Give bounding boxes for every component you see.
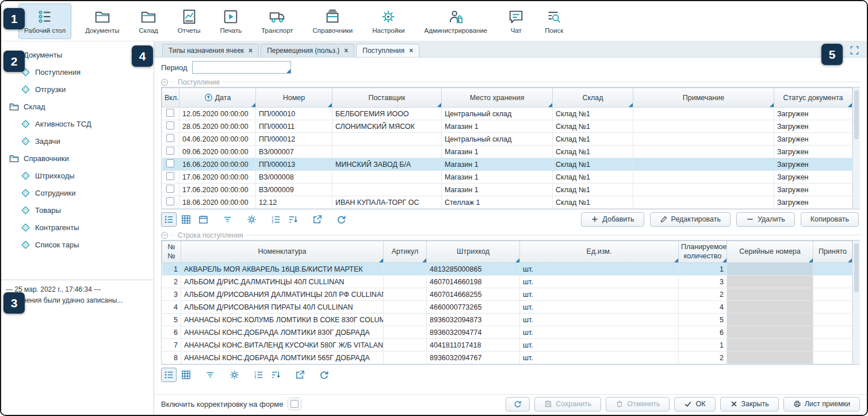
column-header-location[interactable]: Место хранения — [442, 88, 553, 108]
row-include-checkbox[interactable] — [166, 134, 174, 142]
line-row[interactable]: 7 АНАНАСЫ КОНС.ВИТАЛЕНД КУСОЧКИ 580Г Ж/Б… — [162, 339, 852, 352]
sort-button[interactable] — [285, 212, 301, 227]
row-include-checkbox[interactable] — [166, 147, 174, 155]
toolbar-item-reports[interactable]: Отчеты — [172, 3, 207, 39]
row-include-checkbox[interactable] — [166, 185, 174, 193]
sidebar-folder-references[interactable]: Справочники — [1, 150, 154, 167]
period-input[interactable] — [193, 62, 290, 73]
close-button[interactable]: Закрыть — [720, 397, 779, 411]
toolbar-item-administration[interactable]: Администрирование — [419, 3, 494, 39]
export-button[interactable] — [309, 212, 325, 227]
column-header-include[interactable]: Вкл. — [162, 88, 179, 108]
column-header-accepted[interactable]: Принято — [813, 241, 852, 263]
toolbar-item-desktop[interactable]: Рабочий стол — [18, 3, 71, 39]
line-row[interactable]: 5 АНАНАСЫ КОНС.КОЛУМБ ЛОМТИКИ В СОКЕ 830… — [162, 314, 852, 326]
receipt-row[interactable]: 18.06.2020 00:00:00 12.12 ИВАН КУПАЛА-ТО… — [162, 196, 852, 209]
sort-button[interactable] — [268, 368, 284, 382]
receipt-row[interactable]: 16.06.2020 00:00:00 ПП/000013 МИНСКИЙ ЗА… — [162, 158, 852, 171]
line-row[interactable]: 1 АКВАРЕЛЬ МОЯ АКВАРЕЛЬ 16ЦВ.Б/КИСТИ МАР… — [162, 263, 852, 276]
line-row[interactable]: 3 АЛЬБОМ Д/РИСОВАНИЯ ДАЛМАТИНЦЫ 20Л РФ C… — [162, 288, 852, 301]
receipt-row[interactable]: 12.05.2020 00:00:00 ПП/000010 БЕЛБОГЕМИЯ… — [162, 108, 852, 120]
numbering-button[interactable] — [268, 212, 284, 227]
sidebar-folder-warehouse[interactable]: Склад — [1, 98, 154, 115]
row-include-checkbox[interactable] — [166, 172, 174, 180]
fullscreen-button[interactable] — [848, 44, 860, 56]
line-row[interactable]: 8 АНАНАСЫ КОНС.ДОБРАДА ЛОМТИКИ 565Г ДОБР… — [162, 352, 852, 364]
vertical-scrollbar[interactable] — [852, 87, 860, 209]
column-header-unit[interactable]: Ед.изм. — [520, 241, 679, 263]
sidebar-item-goods[interactable]: Товары — [1, 201, 154, 219]
column-header-warehouse[interactable]: Склад — [553, 88, 633, 108]
sidebar-item-tasks[interactable]: Задачи — [1, 132, 154, 150]
export-button[interactable] — [292, 368, 308, 382]
tab-receipts[interactable]: Поступления × — [356, 44, 419, 57]
settings-button[interactable] — [227, 368, 242, 382]
toolbar-item-print[interactable]: Печать — [215, 3, 248, 39]
refresh-button[interactable] — [316, 368, 332, 382]
column-header-barcode[interactable]: Штрихкод — [427, 241, 520, 263]
column-header-line-number[interactable]: № № — [162, 241, 181, 263]
collapse-icon[interactable] — [161, 79, 168, 86]
view-calendar-button[interactable] — [196, 212, 211, 227]
cancel-button[interactable]: Отменить — [606, 397, 670, 411]
sidebar-item-shipments[interactable]: Отгрузки — [1, 81, 154, 98]
column-header-status[interactable]: Статус документа — [774, 88, 852, 108]
view-list-button[interactable] — [161, 212, 177, 227]
delete-button[interactable]: Удалить — [736, 212, 795, 227]
receipt-row[interactable]: 09.06.2020 00:00:00 ВЗ/000007 Магазин 1 … — [162, 146, 852, 158]
add-button[interactable]: Добавить — [581, 212, 644, 227]
column-header-note[interactable]: Примечание — [633, 88, 774, 108]
correction-checkbox[interactable] — [290, 400, 299, 408]
acceptance-sheet-button[interactable]: Лист приемки — [783, 397, 860, 411]
row-include-checkbox[interactable] — [166, 197, 174, 205]
settings-button[interactable] — [244, 212, 259, 227]
toolbar-item-settings[interactable]: Настройки — [366, 3, 410, 39]
copy-button[interactable]: Копировать — [801, 212, 859, 227]
tab-cell-purpose-types[interactable]: Типы назначения ячеек × — [162, 44, 259, 57]
column-header-nomenclature[interactable]: Номенклатура — [181, 241, 384, 263]
close-tab-icon[interactable]: × — [248, 47, 253, 54]
toolbar-item-warehouse[interactable]: Склад — [133, 3, 163, 39]
sidebar-item-employees[interactable]: Сотрудники — [1, 184, 154, 201]
receipt-row[interactable]: 17.06.2020 00:00:00 ВЗ/000009 Магазин 1 … — [162, 184, 852, 196]
vertical-scrollbar[interactable] — [852, 241, 860, 364]
ok-button[interactable]: ОК — [674, 397, 715, 411]
receipt-row[interactable]: 17.06.2020 00:00:00 ВЗ/000008 Магазин 1 … — [162, 171, 852, 184]
column-header-serial-numbers[interactable]: Серийные номера — [727, 241, 813, 263]
scrollbar-thumb[interactable] — [854, 243, 859, 292]
line-row[interactable]: 4 АЛЬБОМ Д/РИСОВАНИЯ ПИРАТЫ 40Л CULLINAN… — [162, 301, 852, 314]
row-include-checkbox[interactable] — [166, 109, 174, 117]
collapse-icon[interactable] — [161, 232, 168, 239]
toolbar-item-search[interactable]: Поиск — [539, 3, 569, 39]
edit-button[interactable]: Редактировать — [650, 212, 731, 227]
filter-button[interactable] — [220, 212, 235, 227]
numbering-button[interactable] — [251, 368, 266, 382]
refresh-button[interactable] — [334, 212, 349, 227]
toolbar-item-references[interactable]: Справочники — [307, 3, 359, 39]
view-grid-button[interactable] — [178, 368, 194, 382]
toolbar-item-chat[interactable]: Чат — [501, 3, 531, 39]
filter-button[interactable] — [202, 368, 218, 382]
scrollbar-thumb[interactable] — [854, 90, 859, 139]
tab-movements-user[interactable]: Перемещения (польз.) × — [261, 44, 354, 57]
column-header-supplier[interactable]: Поставщик — [332, 88, 442, 108]
column-header-article[interactable]: Артикул — [384, 241, 427, 263]
sidebar-item-containers[interactable]: Список тары — [1, 236, 154, 253]
close-tab-icon[interactable]: × — [344, 47, 348, 54]
save-button[interactable]: Сохранить — [534, 397, 601, 411]
line-row[interactable]: 6 АНАНАСЫ КОНС.ДОБРАДА ЛОМТИКИ 830Г ДОБР… — [162, 326, 852, 339]
column-header-number[interactable]: Номер — [256, 88, 332, 108]
receipt-row[interactable]: 04.06.2020 00:00:00 ПП/000012 Центральны… — [162, 133, 852, 146]
toolbar-item-documents[interactable]: Документы — [79, 3, 125, 39]
view-list-button[interactable] — [161, 368, 177, 382]
row-include-checkbox[interactable] — [166, 159, 174, 167]
row-include-checkbox[interactable] — [166, 121, 174, 129]
view-grid-button[interactable] — [178, 212, 194, 227]
refresh-button[interactable] — [506, 397, 530, 411]
receipt-row[interactable]: 28.05.2020 00:00:00 ПП/000011 СЛОНИМСКИЙ… — [162, 120, 852, 133]
sidebar-item-contractors[interactable]: Контрагенты — [1, 219, 154, 236]
close-tab-icon[interactable]: × — [409, 47, 413, 54]
sidebar-item-tsd-activity[interactable]: Активность ТСД — [1, 115, 154, 132]
line-row[interactable]: 2 АЛЬБОМ Д/РИС.ДАЛМАТИНЦЫ 40Л CULLINAN 4… — [162, 276, 852, 288]
toolbar-item-transport[interactable]: Транспорт — [255, 3, 299, 39]
